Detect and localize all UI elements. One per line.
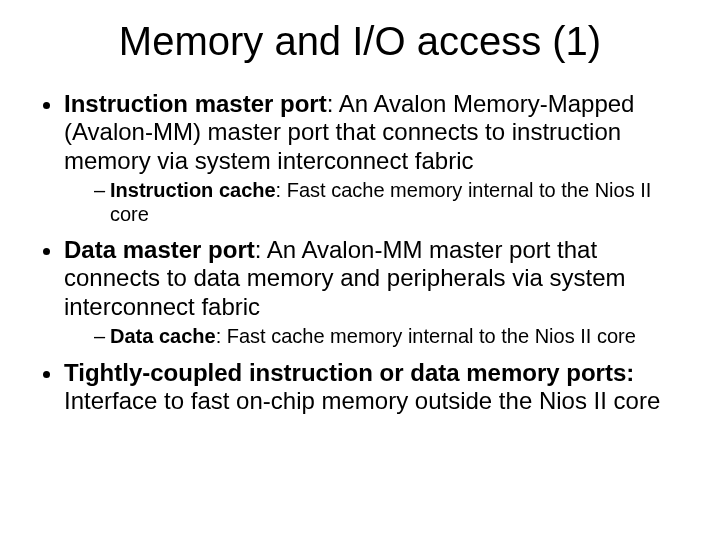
- sub-bullet-term: Instruction cache: [110, 179, 276, 201]
- sub-bullet-desc: : Fast cache memory internal to the Nios…: [216, 325, 636, 347]
- bullet-item: Instruction master port: An Avalon Memor…: [64, 90, 684, 226]
- slide: Memory and I/O access (1) Instruction ma…: [0, 0, 720, 540]
- sub-bullet-list: Data cache: Fast cache memory internal t…: [64, 325, 684, 349]
- bullet-list: Instruction master port: An Avalon Memor…: [36, 90, 684, 415]
- bullet-item: Tightly-coupled instruction or data memo…: [64, 359, 684, 416]
- bullet-term: Instruction master port: [64, 90, 327, 117]
- bullet-term: Data master port: [64, 236, 255, 263]
- sub-bullet-item: Data cache: Fast cache memory internal t…: [94, 325, 684, 349]
- bullet-term: Tightly-coupled instruction or data memo…: [64, 359, 634, 386]
- bullet-desc: Interface to fast on-chip memory outside…: [64, 387, 660, 414]
- sub-bullet-term: Data cache: [110, 325, 216, 347]
- sub-bullet-list: Instruction cache: Fast cache memory int…: [64, 179, 684, 226]
- sub-bullet-item: Instruction cache: Fast cache memory int…: [94, 179, 684, 226]
- bullet-item: Data master port: An Avalon-MM master po…: [64, 236, 684, 349]
- slide-title: Memory and I/O access (1): [36, 18, 684, 64]
